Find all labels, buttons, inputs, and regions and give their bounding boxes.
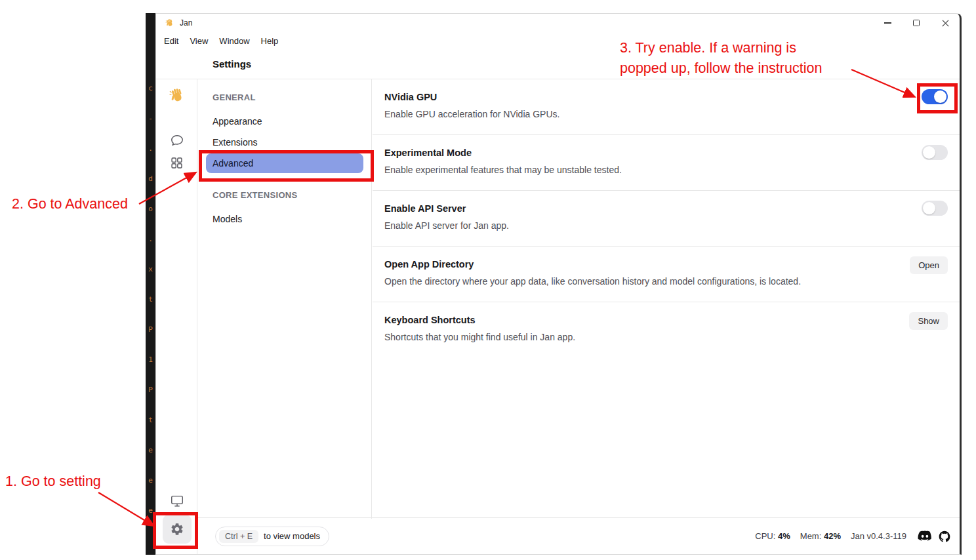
menu-view[interactable]: View xyxy=(190,36,208,46)
setting-title: Open App Directory xyxy=(384,259,948,270)
setting-title: NVidia GPU xyxy=(384,92,948,102)
setting-row-nvidia-gpu: NVidia GPU Enable GPU acceleration for N… xyxy=(373,79,960,135)
setting-row-api-server: Enable API Server Enable API server for … xyxy=(373,191,960,247)
mem-usage: Mem: 42% xyxy=(800,531,841,541)
sidebar-item-hub[interactable] xyxy=(156,156,197,170)
setting-description: Enable API server for Jan app. xyxy=(384,220,948,231)
github-icon[interactable] xyxy=(938,530,951,543)
nav-section-general: GENERAL xyxy=(206,92,363,102)
maximize-button[interactable] xyxy=(902,14,931,32)
close-icon xyxy=(941,19,950,28)
discord-icon[interactable] xyxy=(918,530,932,542)
window-title: Jan xyxy=(180,18,192,28)
bottom-bar: Ctrl + E to view models CPU: 4% Mem: 42%… xyxy=(198,517,960,554)
experimental-mode-toggle[interactable] xyxy=(922,145,948,160)
setting-description: Enable experimental features that may be… xyxy=(384,165,948,175)
annotation-box-toggle xyxy=(917,83,958,113)
window-controls xyxy=(873,14,960,32)
annotation-step1-text: 1. Go to setting xyxy=(5,471,101,492)
minimize-button[interactable] xyxy=(873,14,902,32)
annotation-box-advanced xyxy=(199,150,374,182)
app-version: Jan v0.4.3-119 xyxy=(851,531,906,541)
close-button[interactable] xyxy=(931,14,960,32)
menu-help[interactable]: Help xyxy=(261,36,279,46)
annotation-step2-text: 2. Go to Advanced xyxy=(12,194,128,214)
setting-description: Shortcuts that you might find useful in … xyxy=(384,332,948,342)
annotation-step3-text: 3. Try enable. If a warning is popped up… xyxy=(620,38,869,79)
status-readouts: CPU: 4% Mem: 42% Jan v0.4.3-119 xyxy=(755,530,951,543)
nav-item-appearance[interactable]: Appearance xyxy=(206,111,363,131)
chat-bubble-icon xyxy=(170,133,184,148)
setting-row-keyboard-shortcuts: Keyboard Shortcuts Shortcuts that you mi… xyxy=(373,302,960,358)
settings-nav: GENERAL Appearance Extensions Advanced C… xyxy=(198,79,372,519)
page-title: Settings xyxy=(213,58,251,70)
monitor-icon xyxy=(170,494,184,508)
grid-icon xyxy=(170,156,184,170)
menu-edit[interactable]: Edit xyxy=(164,36,178,46)
background-terminal-strip: c - . d o . x t P 1 P t e e e xyxy=(146,13,155,555)
wave-hand-icon xyxy=(168,87,186,105)
arrow-step1 xyxy=(98,492,153,525)
cpu-usage: CPU: 4% xyxy=(755,531,790,541)
nav-item-extensions[interactable]: Extensions xyxy=(206,132,363,152)
shortcut-key-badge: Ctrl + E xyxy=(219,530,258,543)
maximize-icon xyxy=(913,20,920,26)
sidebar-item-home[interactable] xyxy=(156,87,197,105)
show-button[interactable]: Show xyxy=(909,312,948,330)
icon-sidebar xyxy=(156,79,197,554)
annotation-box-gear xyxy=(153,512,198,549)
minimize-icon xyxy=(884,22,891,24)
jan-logo-hand-icon xyxy=(165,18,174,28)
sidebar-item-chat[interactable] xyxy=(156,133,197,148)
setting-row-open-app-directory: Open App Directory Open the directory wh… xyxy=(373,247,960,302)
setting-row-experimental-mode: Experimental Mode Enable experimental fe… xyxy=(373,135,960,191)
setting-title: Experimental Mode xyxy=(384,148,948,158)
shortcut-hint-text: to view models xyxy=(264,531,320,541)
nav-section-core-extensions: CORE EXTENSIONS xyxy=(206,190,363,200)
menu-window[interactable]: Window xyxy=(219,36,249,46)
setting-title: Keyboard Shortcuts xyxy=(384,315,948,325)
api-server-toggle[interactable] xyxy=(922,201,948,216)
settings-content: NVidia GPU Enable GPU acceleration for N… xyxy=(373,79,960,519)
setting-title: Enable API Server xyxy=(384,203,948,214)
setting-description: Open the directory where your app data, … xyxy=(384,276,948,287)
social-links xyxy=(918,530,951,543)
titlebar: Jan xyxy=(156,14,960,32)
sidebar-item-system-monitor[interactable] xyxy=(156,494,197,508)
open-button[interactable]: Open xyxy=(910,256,948,274)
page: c - . d o . x t P 1 P t e e e Jan xyxy=(0,0,976,560)
jan-app-window: Jan Edit View Window Help Settings xyxy=(155,13,962,555)
setting-description: Enable GPU acceleration for NVidia GPUs. xyxy=(384,109,948,119)
nav-item-models[interactable]: Models xyxy=(206,209,363,229)
view-models-hint-pill: Ctrl + E to view models xyxy=(215,527,329,546)
